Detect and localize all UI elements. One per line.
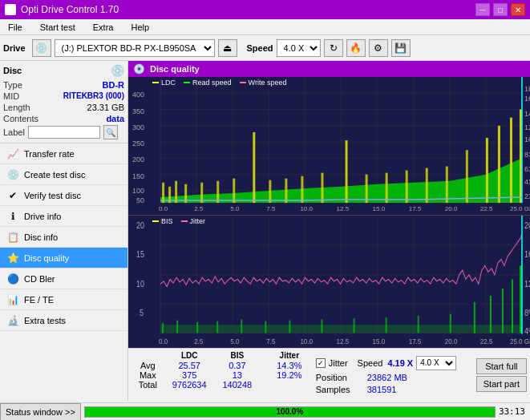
svg-rect-56 [269, 180, 271, 203]
svg-text:18X: 18X [524, 85, 530, 93]
nav-disc-quality[interactable]: ⭐ Disc quality [0, 248, 127, 269]
svg-rect-55 [253, 132, 255, 203]
svg-rect-112 [216, 321, 218, 333]
svg-text:14X: 14X [524, 110, 530, 118]
chart-bottom-svg: 20 15 10 5 20% 16% 12% 8% 4% 0.0 2.5 5.0 [128, 216, 530, 348]
speed-label-stats: Speed [358, 358, 383, 368]
jitter-checkbox[interactable]: ✓ [316, 358, 326, 368]
label-btn[interactable]: 🔍 [103, 125, 118, 139]
svg-rect-119 [418, 316, 419, 333]
contents-label: Contents [3, 114, 38, 123]
col-bis: BIS [215, 350, 260, 361]
save-button[interactable]: 💾 [391, 39, 411, 57]
time-display: 33:13 [499, 406, 525, 417]
disc-quality-title: Disc quality [150, 64, 200, 74]
nav-drive-info[interactable]: ℹ Drive info [0, 206, 127, 227]
menu-start-test[interactable]: Start test [35, 21, 80, 34]
drive-select[interactable]: (J:) PLEXTOR BD-R PX-LB950SA 1.06 [55, 39, 215, 57]
svg-rect-118 [386, 318, 387, 333]
svg-text:100: 100 [132, 187, 144, 195]
max-label: Max [131, 370, 164, 380]
svg-rect-58 [301, 176, 303, 203]
svg-rect-117 [354, 319, 355, 333]
speed-select-stats[interactable]: 4.0 X [416, 356, 456, 370]
nav-transfer-rate[interactable]: 📈 Transfer rate [0, 143, 127, 164]
svg-text:350: 350 [132, 107, 144, 115]
label-input[interactable] [28, 126, 100, 139]
svg-text:0.0: 0.0 [159, 337, 168, 346]
burn-button[interactable]: 🔥 [346, 39, 366, 57]
svg-text:22.5: 22.5 [480, 337, 493, 346]
disc-panel: Disc 💿 Type BD-R MID RITEKBR3 (000) Leng… [0, 61, 127, 143]
svg-text:150: 150 [132, 172, 144, 180]
menu-help[interactable]: Help [126, 21, 154, 34]
avg-jitter: 14.3% [269, 361, 310, 370]
stats-bar: LDC BIS Jitter Avg 25.57 0.37 [128, 348, 530, 401]
menu-extra[interactable]: Extra [88, 21, 119, 34]
app-title: Opti Drive Control 1.70 [21, 4, 119, 15]
svg-text:17.5: 17.5 [409, 337, 422, 346]
menu-file[interactable]: File [3, 21, 27, 34]
svg-text:12.5: 12.5 [337, 205, 350, 212]
eject-button[interactable]: ⏏ [218, 39, 237, 57]
legend-ldc: LDC [161, 79, 176, 87]
col-jitter: Jitter [269, 350, 310, 361]
svg-text:10.0: 10.0 [300, 337, 313, 346]
avg-ldc: 25.57 [164, 361, 215, 370]
nav-disc-info-label: Disc info [24, 232, 58, 242]
sidebar: Disc 💿 Type BD-R MID RITEKBR3 (000) Leng… [0, 61, 128, 401]
svg-text:7.5: 7.5 [266, 205, 276, 212]
chart-top-svg: 400 350 300 250 200 150 100 50 18X 16X 1… [128, 77, 530, 215]
svg-rect-54 [233, 179, 235, 203]
nav-verify-test-disc[interactable]: ✔ Verify test disc [0, 185, 127, 206]
svg-rect-114 [265, 321, 266, 333]
maximize-button[interactable]: □ [493, 3, 508, 16]
charts-container: LDC Read speed Write speed [128, 77, 530, 348]
total-ldc: 9762634 [164, 380, 215, 390]
disc-quality-header-icon: 💿 [133, 63, 145, 75]
nav-disc-info[interactable]: 📋 Disc info [0, 227, 127, 248]
svg-rect-115 [289, 321, 290, 333]
svg-rect-57 [285, 179, 287, 203]
status-window-button[interactable]: Status window >> [0, 403, 81, 421]
table-row: Total 9762634 140248 [131, 380, 310, 390]
speed-select[interactable]: 4.0 X [277, 39, 321, 57]
minimize-button[interactable]: ─ [475, 3, 490, 16]
close-button[interactable]: ✕ [511, 3, 525, 16]
legend-read-speed: Read speed [192, 79, 232, 87]
svg-text:12%: 12% [524, 279, 530, 289]
drive-icon-btn[interactable]: 💿 [32, 39, 51, 57]
svg-rect-63 [406, 171, 408, 204]
nav-disc-quality-label: Disc quality [24, 253, 69, 263]
nav-create-test-disc[interactable]: 💿 Create test disc [0, 164, 127, 185]
start-part-button[interactable]: Start part [476, 376, 527, 392]
content-area: 💿 Disc quality LDC Read speed [128, 61, 530, 401]
samples-value: 381591 [367, 385, 397, 394]
create-test-disc-icon: 💿 [6, 168, 19, 181]
title-bar: Opti Drive Control 1.70 ─ □ ✕ [0, 0, 530, 19]
svg-rect-66 [466, 150, 468, 203]
svg-text:50: 50 [136, 196, 144, 204]
svg-text:5.0: 5.0 [230, 205, 240, 212]
nav-cd-bler[interactable]: 🔵 CD Bler [0, 269, 127, 289]
cd-bler-icon: 🔵 [6, 273, 19, 285]
avg-label: Avg [131, 361, 164, 370]
svg-text:0.0: 0.0 [159, 205, 168, 212]
position-value: 23862 MB [367, 373, 407, 382]
svg-text:7.5: 7.5 [266, 337, 275, 346]
svg-text:12.5: 12.5 [337, 337, 350, 346]
type-label: Type [3, 80, 22, 90]
svg-rect-65 [446, 167, 448, 204]
max-bis: 13 [215, 370, 260, 380]
verify-test-disc-icon: ✔ [6, 189, 19, 202]
start-full-button[interactable]: Start full [476, 358, 527, 374]
settings-button[interactable]: ⚙ [369, 39, 388, 57]
nav-extra-tests[interactable]: 🔬 Extra tests [0, 310, 127, 331]
samples-label: Samples [316, 385, 364, 394]
nav-transfer-rate-label: Transfer rate [24, 149, 75, 159]
svg-rect-53 [216, 181, 219, 203]
nav-fe-te[interactable]: 📊 FE / TE [0, 289, 127, 310]
refresh-button[interactable]: ↻ [324, 39, 343, 57]
disc-panel-icon: 💿 [111, 64, 124, 77]
svg-rect-123 [502, 289, 504, 333]
